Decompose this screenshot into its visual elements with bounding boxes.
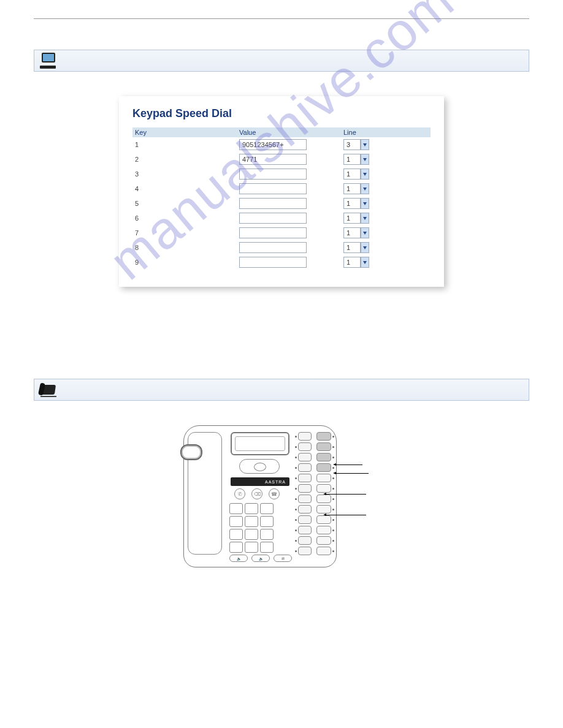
page-divider [34,18,529,19]
line-select[interactable]: 3 [343,139,428,150]
line-select[interactable]: 1 [343,198,428,209]
table-row: 6 1 [132,211,431,226]
key-number-label: 8 [132,240,237,255]
line-select[interactable]: 1 [343,154,428,165]
chevron-down-icon[interactable] [361,213,369,224]
line-select[interactable]: 1 [343,257,428,268]
key-number-label: 3 [132,167,237,181]
table-row: 9 1 [132,255,431,270]
chevron-down-icon[interactable] [361,198,369,209]
key-number-label: 5 [132,196,237,211]
table-row: 3 1 [132,167,431,181]
line-select[interactable]: 1 [343,183,428,194]
callout-arrow-icon [335,473,369,474]
value-input[interactable] [239,154,307,165]
line-select[interactable]: 1 [343,227,428,238]
key-number-label: 6 [132,211,237,226]
chevron-down-icon[interactable] [361,257,369,268]
key-number-label: 2 [132,152,237,167]
callout-arrow-icon [335,464,362,465]
phone-illustration: AASTRA ✆⌫☎ 🔈🔉⇄ [183,425,380,567]
panel-title: Keypad Speed Dial [132,107,431,120]
key-number-label: 1 [132,137,237,152]
value-input[interactable] [239,169,307,180]
table-row: 5 1 [132,196,431,211]
brand-label: AASTRA [231,477,289,486]
speed-dial-config-panel: Keypad Speed Dial Key Value Line 1 3 2 [119,96,444,287]
table-row: 4 1 [132,181,431,196]
value-input[interactable] [239,139,307,150]
chevron-down-icon[interactable] [361,227,369,238]
value-input[interactable] [239,227,307,238]
section-banner-computer [34,50,529,72]
key-number-label: 7 [132,226,237,240]
key-number-label: 9 [132,255,237,270]
table-row: 2 1 [132,152,431,167]
col-key-header: Key [132,127,237,137]
table-row: 8 1 [132,240,431,255]
line-select[interactable]: 1 [343,242,428,253]
chevron-down-icon[interactable] [361,183,369,194]
chevron-down-icon[interactable] [361,242,369,253]
col-value-header: Value [237,127,341,137]
chevron-down-icon[interactable] [361,169,369,180]
value-input[interactable] [239,183,307,194]
col-line-header: Line [341,127,431,137]
value-input[interactable] [239,198,307,209]
speed-dial-table: Key Value Line 1 3 2 1 3 [132,127,431,270]
table-row: 1 3 [132,137,431,152]
value-input[interactable] [239,242,307,253]
chevron-down-icon[interactable] [361,139,369,150]
key-number-label: 4 [132,181,237,196]
table-row: 7 1 [132,226,431,240]
line-select[interactable]: 1 [343,213,428,224]
value-input[interactable] [239,257,307,268]
callout-arrow-icon [326,515,366,515]
chevron-down-icon[interactable] [361,154,369,165]
phone-icon [39,382,56,397]
callout-arrow-icon [326,494,366,495]
computer-icon [39,53,58,69]
section-banner-phone [34,379,529,401]
line-select[interactable]: 1 [343,169,428,180]
value-input[interactable] [239,213,307,224]
